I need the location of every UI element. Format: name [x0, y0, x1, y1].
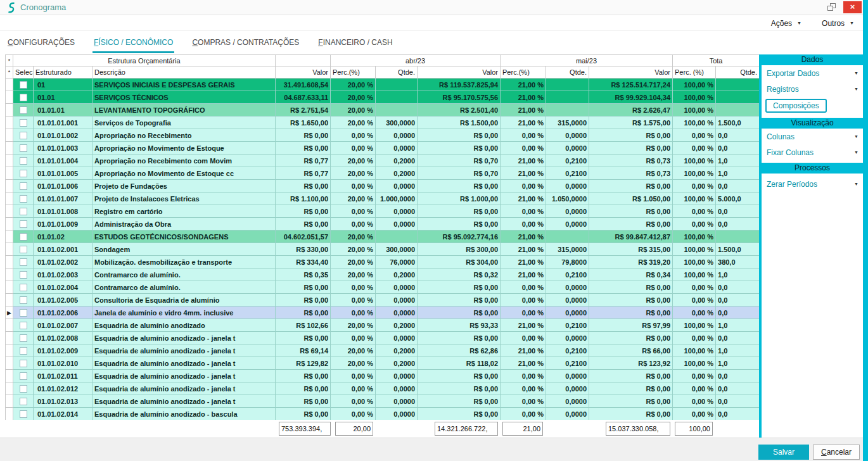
row-checkbox[interactable]: [20, 322, 27, 329]
value-cell[interactable]: R$ 66,00: [589, 344, 673, 357]
descricao-cell[interactable]: Registro em cartório: [93, 205, 276, 218]
row-checkbox[interactable]: [20, 296, 27, 304]
value-cell[interactable]: 04.687.633,11: [276, 91, 331, 104]
restore-window-icon[interactable]: [826, 3, 838, 13]
value-cell[interactable]: R$ 119.537.825,94: [418, 79, 501, 91]
value-cell[interactable]: 0,00 %: [501, 382, 546, 395]
value-cell[interactable]: R$ 0,00: [589, 395, 673, 408]
value-cell[interactable]: 21,00 %: [501, 117, 546, 129]
value-cell[interactable]: 0,2100: [546, 357, 589, 370]
sidebar-item-colunas[interactable]: Colunas ▼: [762, 129, 863, 144]
value-cell[interactable]: 20,00 %: [331, 268, 376, 281]
value-cell[interactable]: 0,00 %: [501, 218, 546, 230]
value-cell[interactable]: 0,0000: [376, 142, 418, 155]
value-cell[interactable]: 0,00 %: [501, 306, 546, 319]
value-cell[interactable]: R$ 99.929.104,34: [589, 91, 673, 104]
tab-configuracoes[interactable]: CONFIGURAÇÕES: [6, 33, 76, 53]
estruturado-cell[interactable]: 01.01.02.012: [34, 382, 93, 395]
value-cell[interactable]: R$ 0,00: [418, 129, 501, 142]
estruturado-cell[interactable]: 01.01.01.007: [34, 193, 93, 205]
descricao-cell[interactable]: Esquadria de alumínio anodizado - janela…: [93, 382, 276, 395]
value-cell[interactable]: [546, 230, 589, 243]
value-cell[interactable]: R$ 93,33: [418, 319, 501, 332]
value-cell[interactable]: R$ 1.100,00: [276, 193, 331, 205]
value-cell[interactable]: 21,00 %: [501, 268, 546, 281]
value-cell[interactable]: R$ 0,00: [276, 205, 331, 218]
value-cell[interactable]: R$ 102,66: [276, 319, 331, 332]
value-cell[interactable]: R$ 0,77: [276, 155, 331, 167]
estruturado-cell[interactable]: 01.01.02.007: [34, 319, 93, 332]
value-cell[interactable]: R$ 0,00: [589, 142, 673, 155]
value-cell[interactable]: [546, 79, 589, 91]
value-cell[interactable]: R$ 0,73: [589, 155, 673, 167]
value-cell[interactable]: 0,00 %: [331, 180, 376, 193]
value-cell[interactable]: R$ 0,00: [418, 281, 501, 294]
value-cell[interactable]: 21,00 %: [501, 91, 546, 104]
row-checkbox[interactable]: [20, 410, 27, 418]
estruturado-cell[interactable]: 01.01.02.014: [34, 408, 93, 420]
value-cell[interactable]: R$ 304,00: [418, 256, 501, 268]
row-checkbox[interactable]: [20, 170, 27, 177]
value-cell[interactable]: 0,00 %: [331, 370, 376, 382]
value-cell[interactable]: 100,00 %: [673, 344, 716, 357]
value-cell[interactable]: R$ 62,86: [418, 344, 501, 357]
estruturado-cell[interactable]: 01.01.02.010: [34, 357, 93, 370]
estruturado-cell[interactable]: 01.01.01.004: [34, 155, 93, 167]
descricao-cell[interactable]: Esquadria de alumínio anodizado - janela…: [93, 370, 276, 382]
value-cell[interactable]: 0,0: [716, 370, 759, 382]
value-cell[interactable]: 0,2100: [546, 344, 589, 357]
descricao-cell[interactable]: ESTUDOS GEOTÉCNICOS/SONDAGENS: [93, 230, 276, 243]
value-cell[interactable]: 100,00 %: [673, 230, 716, 243]
value-cell[interactable]: 21,00 %: [501, 319, 546, 332]
value-cell[interactable]: R$ 0,00: [589, 370, 673, 382]
descricao-cell[interactable]: LEVANTAMENTO TOPOGRÁFICO: [93, 104, 276, 117]
value-cell[interactable]: 79,8000: [546, 256, 589, 268]
value-cell[interactable]: 0,0: [716, 332, 759, 344]
value-cell[interactable]: 21,00 %: [501, 230, 546, 243]
row-checkbox[interactable]: [20, 233, 27, 241]
row-checkbox[interactable]: [20, 144, 27, 152]
row-checkbox[interactable]: [20, 195, 27, 203]
value-cell[interactable]: R$ 1.050,00: [589, 193, 673, 205]
value-cell[interactable]: 0,00 %: [331, 281, 376, 294]
value-cell[interactable]: 0,0000: [376, 129, 418, 142]
value-cell[interactable]: R$ 0,00: [418, 205, 501, 218]
descricao-cell[interactable]: Janela de alumínio e vidro 4mm. inclusiv…: [93, 306, 276, 319]
tab-compras-contratacoes[interactable]: COMPRAS / CONTRATAÇÕES: [191, 33, 300, 53]
estruturado-cell[interactable]: 01.01.02.003: [34, 268, 93, 281]
value-cell[interactable]: 1,0: [716, 319, 759, 332]
value-cell[interactable]: R$ 0,00: [589, 382, 673, 395]
descricao-cell[interactable]: Consultoria de Esquadria de alumínio: [93, 294, 276, 306]
estruturado-cell[interactable]: 01.01.02.013: [34, 395, 93, 408]
value-cell[interactable]: 0,0000: [376, 408, 418, 420]
descricao-cell[interactable]: Apropriação no Movimento de Estoque cc: [93, 167, 276, 180]
estruturado-cell[interactable]: 01.01.02.011: [34, 370, 93, 382]
value-cell[interactable]: 100,00 %: [673, 104, 716, 117]
value-cell[interactable]: R$ 2.751,54: [276, 104, 331, 117]
value-cell[interactable]: [546, 104, 589, 117]
value-cell[interactable]: 0,0000: [546, 408, 589, 420]
value-cell[interactable]: R$ 0,00: [418, 294, 501, 306]
value-cell[interactable]: 0,0: [716, 306, 759, 319]
value-cell[interactable]: R$ 0,00: [418, 332, 501, 344]
value-cell[interactable]: R$ 0,00: [276, 294, 331, 306]
value-cell[interactable]: [716, 104, 759, 117]
row-checkbox[interactable]: [20, 119, 27, 127]
estruturado-cell[interactable]: 01.01.02.009: [34, 344, 93, 357]
value-cell[interactable]: 20,00 %: [331, 256, 376, 268]
value-cell[interactable]: 21,00 %: [501, 104, 546, 117]
value-cell[interactable]: 0,00 %: [673, 180, 716, 193]
value-cell[interactable]: 0,00 %: [331, 218, 376, 230]
value-cell[interactable]: 0,00 %: [673, 408, 716, 420]
value-cell[interactable]: 21,00 %: [501, 193, 546, 205]
value-cell[interactable]: 0,0: [716, 180, 759, 193]
menu-outros[interactable]: Outros ▼: [822, 19, 854, 28]
value-cell[interactable]: R$ 334,40: [276, 256, 331, 268]
value-cell[interactable]: 0,0: [716, 294, 759, 306]
value-cell[interactable]: R$ 69,14: [276, 344, 331, 357]
value-cell[interactable]: 21,00 %: [501, 167, 546, 180]
value-cell[interactable]: R$ 0,00: [418, 142, 501, 155]
value-cell[interactable]: R$ 0,70: [418, 167, 501, 180]
value-cell[interactable]: R$ 0,00: [276, 218, 331, 230]
value-cell[interactable]: R$ 0,00: [589, 218, 673, 230]
